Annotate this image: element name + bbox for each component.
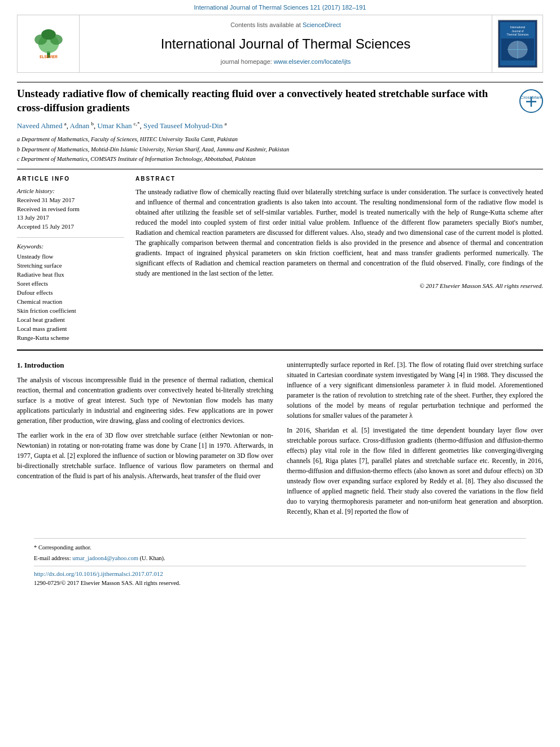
journal-reference: International Journal of Thermal Science… [0, 0, 560, 15]
keyword-10: Runge-Kutta scheme [17, 334, 124, 343]
journal-cover-image: International Journal of Thermal Science… [498, 20, 537, 68]
elsevier-logo-section: ELSEVIER [18, 15, 80, 72]
email-note: E-mail address: umar_jadoon4@yahoo.com (… [34, 554, 526, 562]
affiliation-b: b Department of Mathematics, Mohtid-Din … [17, 145, 543, 154]
homepage-label: journal homepage: [221, 58, 272, 65]
abstract-heading: ABSTRACT [135, 175, 543, 184]
doi-link[interactable]: http://dx.doi.org/10.1016/j.ijthermalsci… [34, 570, 526, 579]
corresponding-label: * Corresponding author. [34, 544, 91, 551]
email-name: (U. Khan). [140, 555, 165, 561]
homepage-url[interactable]: www.elsevier.com/locate/ijts [274, 58, 351, 65]
article-title: Unsteady radiative flow of chemically re… [17, 87, 543, 115]
intro-col-right: uninterruptedly surface reported in Ref.… [287, 360, 543, 521]
info-divider [17, 237, 124, 238]
elsevier-tree-icon: ELSEVIER [29, 28, 68, 59]
abstract-column: ABSTRACT The unsteady radiative flow of … [135, 175, 543, 343]
author-4: Syed Tauseef Mohyud-Din [143, 122, 222, 130]
svg-text:International: International [510, 26, 525, 29]
abstract-copyright: © 2017 Elsevier Masson SAS. All rights r… [135, 282, 543, 291]
abstract-text: The unsteady radiative flow of chemicall… [135, 187, 543, 278]
journal-header: ELSEVIER Contents lists available at Sci… [17, 15, 543, 73]
svg-point-4 [41, 29, 56, 40]
keyword-9: Local mass gradient [17, 325, 124, 334]
page: International Journal of Thermal Science… [0, 0, 560, 747]
keyword-2: Stretching surface [17, 261, 124, 270]
revised-label: Received in revised form [17, 205, 124, 214]
article-info-heading: ARTICLE INFO [17, 175, 124, 184]
revised-date: 13 July 2017 [17, 213, 124, 222]
keyword-5: Dufour effects [17, 289, 124, 298]
body-section: 1. Introduction The analysis of viscous … [17, 360, 543, 588]
intro-section-title: 1. Introduction [17, 360, 273, 371]
intro-col-left: 1. Introduction The analysis of viscous … [17, 360, 273, 521]
section-name: Introduction [24, 361, 64, 369]
keyword-3: Radiative heat flux [17, 270, 124, 279]
article-info-column: ARTICLE INFO Article history: Received 3… [17, 175, 124, 343]
svg-text:ELSEVIER: ELSEVIER [40, 55, 58, 59]
keyword-7: Skin friction coefficient [17, 307, 124, 316]
footer-divider [34, 566, 526, 566]
crossmark-icon: CrossMark [519, 89, 543, 113]
keywords-title: Keywords: [17, 242, 124, 251]
article-info-abstract: ARTICLE INFO Article history: Received 3… [17, 175, 543, 343]
intro-para-3: uninterruptedly surface reported in Ref.… [287, 360, 543, 421]
svg-text:Thermal Sciences: Thermal Sciences [506, 33, 528, 36]
section-number: 1. [17, 361, 23, 369]
article-section: CrossMark Unsteady radiative flow of che… [17, 82, 543, 351]
affiliations: a Department of Mathematics, Faculty of … [17, 135, 543, 163]
journal-title: International Journal of Thermal Science… [91, 34, 480, 54]
author-1: Naveed Ahmed [17, 122, 63, 130]
keywords-section: Keywords: Unsteady flow Stretching surfa… [17, 242, 124, 342]
article-history: Article history: Received 31 May 2017 Re… [17, 187, 124, 232]
keyword-6: Chemical reaction [17, 298, 124, 307]
header-divider [17, 82, 543, 82]
journal-homepage: journal homepage: www.elsevier.com/locat… [91, 58, 480, 67]
issn-text: 1290-0729/© 2017 Elsevier Masson SAS. Al… [34, 579, 526, 587]
email-label: E-mail address: [34, 555, 71, 561]
article-divider [17, 169, 543, 169]
sciencedirect-line: Contents lists available at ScienceDirec… [91, 21, 480, 30]
keyword-8: Local heat gradient [17, 316, 124, 325]
section-main-divider [17, 350, 543, 351]
keyword-1: Unsteady flow [17, 252, 124, 261]
authors: Naveed Ahmed a, Adnan b, Umar Khan c,*, … [17, 120, 543, 132]
introduction-columns: 1. Introduction The analysis of viscous … [17, 360, 543, 521]
received-date: Received 31 May 2017 [17, 196, 124, 205]
journal-cover-section: International Journal of Thermal Science… [492, 15, 542, 72]
affiliation-a: a Department of Mathematics, Faculty of … [17, 135, 543, 143]
corresponding-author-note: * Corresponding author. [34, 543, 526, 552]
history-label: Article history: [17, 187, 124, 196]
footer-section: * Corresponding author. E-mail address: … [34, 538, 526, 588]
author-email[interactable]: umar_jadoon4@yahoo.com [72, 555, 138, 561]
intro-para-4: In 2016, Sharidan et al. [5] investigate… [287, 425, 543, 517]
journal-header-center: Contents lists available at ScienceDirec… [80, 15, 492, 72]
intro-para-2: The earlier work in the era of 3D flow o… [17, 430, 273, 481]
sciencedirect-link[interactable]: ScienceDirect [303, 21, 341, 28]
intro-para-1: The analysis of viscous incompressible f… [17, 375, 273, 426]
affiliation-c: c Department of Mathematics, COMSATS Ins… [17, 155, 543, 163]
accepted-date: Accepted 15 July 2017 [17, 222, 124, 231]
author-2: Adnan [70, 122, 90, 130]
contents-label: Contents lists available at [230, 21, 303, 28]
keyword-4: Soret effects [17, 279, 124, 289]
author-3: Umar Khan [97, 122, 132, 130]
svg-text:Journal of: Journal of [511, 30, 524, 33]
